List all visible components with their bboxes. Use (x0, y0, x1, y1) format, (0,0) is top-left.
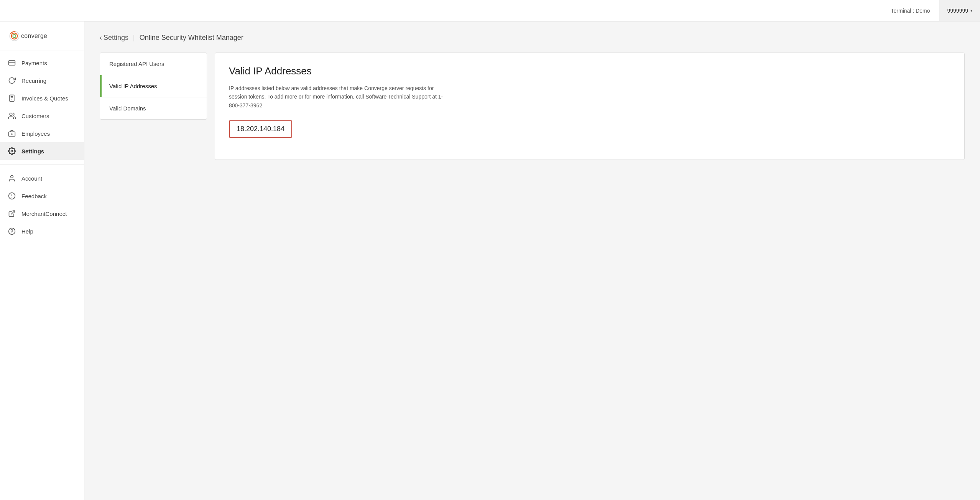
terminal-label: Terminal : Demo (882, 0, 940, 21)
tabs-panel: Registered API Users Valid IP Addresses … (100, 53, 207, 120)
sidebar-item-invoices[interactable]: Invoices & Quotes (0, 89, 84, 107)
sidebar-item-account[interactable]: Account (0, 169, 84, 187)
breadcrumb-separator: | (133, 34, 135, 42)
sidebar-item-feedback[interactable]: Feedback (0, 187, 84, 205)
tab-valid-ip-addresses-label: Valid IP Addresses (109, 83, 157, 89)
sidebar-item-customers[interactable]: Customers (0, 107, 84, 125)
terminal-text: Terminal : Demo (891, 8, 930, 14)
account-icon (8, 174, 16, 183)
sidebar-item-help-label: Help (21, 228, 33, 235)
help-icon (8, 227, 16, 235)
sidebar-item-feedback-label: Feedback (21, 193, 47, 199)
settings-icon (8, 147, 16, 155)
sidebar-item-account-label: Account (21, 175, 42, 182)
tab-registered-api-users[interactable]: Registered API Users (100, 53, 207, 75)
svg-line-19 (11, 211, 15, 214)
sidebar-item-help[interactable]: Help (0, 222, 84, 240)
sidebar-item-employees-label: Employees (21, 130, 50, 137)
svg-point-2 (13, 35, 16, 38)
sidebar-item-recurring-label: Recurring (21, 77, 46, 84)
customers-icon (8, 112, 16, 120)
content-panel-title: Valid IP Addresses (229, 65, 950, 77)
sidebar-item-customers-label: Customers (21, 113, 49, 119)
tab-registered-api-users-label: Registered API Users (109, 61, 164, 67)
main-nav: Payments Recurring (0, 51, 84, 163)
sidebar-item-payments-label: Payments (21, 60, 47, 66)
breadcrumb: ‹ Settings | Online Security Whitelist M… (100, 34, 965, 42)
sidebar: converge Payments (0, 21, 84, 500)
breadcrumb-current-label: Online Security Whitelist Manager (140, 34, 243, 42)
sidebar-item-recurring[interactable]: Recurring (0, 72, 84, 89)
bottom-nav: Account Feedback (0, 166, 84, 243)
recurring-icon (8, 76, 16, 85)
ip-address-value: 18.202.140.184 (229, 120, 292, 138)
svg-rect-4 (9, 61, 15, 65)
employees-icon (8, 129, 16, 138)
tab-valid-domains-label: Valid Domains (109, 105, 146, 112)
breadcrumb-back-label: Settings (104, 34, 128, 42)
sidebar-item-settings-label: Settings (21, 148, 44, 155)
svg-point-14 (11, 150, 13, 152)
main-layout: converge Payments (0, 21, 980, 500)
content-panel: Valid IP Addresses IP addresses listed b… (215, 53, 965, 160)
credit-card-icon (8, 59, 16, 67)
chevron-down-icon: ▾ (970, 8, 972, 13)
sidebar-item-merchantconnect[interactable]: MerchantConnect (0, 205, 84, 222)
account-selector[interactable]: 9999999 ▾ (939, 0, 980, 21)
sidebar-item-settings[interactable]: Settings (0, 142, 84, 160)
account-number: 9999999 (947, 8, 968, 14)
tab-valid-domains[interactable]: Valid Domains (100, 97, 207, 119)
sidebar-item-employees[interactable]: Employees (0, 125, 84, 142)
main-content: ‹ Settings | Online Security Whitelist M… (84, 21, 980, 500)
sidebar-item-merchantconnect-label: MerchantConnect (21, 211, 67, 217)
logo-area: converge (0, 21, 84, 51)
svg-point-1 (12, 33, 18, 39)
sidebar-item-invoices-label: Invoices & Quotes (21, 95, 68, 102)
feedback-icon (8, 192, 16, 200)
svg-text:converge: converge (21, 33, 47, 39)
nav-divider (0, 164, 84, 165)
breadcrumb-back-button[interactable]: ‹ Settings (100, 34, 128, 42)
invoices-icon (8, 94, 16, 102)
converge-logo: converge (8, 29, 61, 43)
panels-row: Registered API Users Valid IP Addresses … (100, 53, 965, 160)
svg-point-10 (10, 113, 12, 116)
top-bar: Terminal : Demo 9999999 ▾ (0, 0, 980, 21)
sidebar-item-payments[interactable]: Payments (0, 54, 84, 72)
tab-valid-ip-addresses[interactable]: Valid IP Addresses (100, 75, 207, 97)
content-description: IP addresses listed below are valid addr… (229, 84, 444, 110)
svg-point-15 (11, 176, 13, 178)
external-link-icon (8, 209, 16, 218)
